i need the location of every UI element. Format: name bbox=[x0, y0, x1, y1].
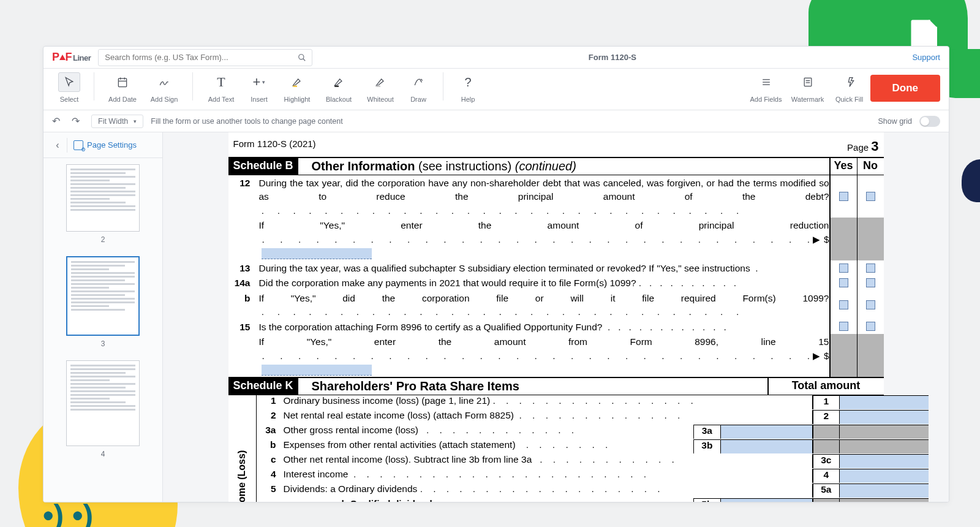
redo-icon[interactable]: ↷ bbox=[72, 115, 84, 127]
tool-add-sign[interactable]: Add Sign bbox=[143, 72, 185, 103]
k3c-input[interactable] bbox=[839, 454, 929, 468]
q14a-yes[interactable] bbox=[830, 275, 857, 290]
k5a-input[interactable] bbox=[839, 483, 929, 498]
k1-input[interactable] bbox=[839, 395, 929, 409]
q12-yes[interactable] bbox=[830, 175, 857, 218]
form-header: Form 1120-S (2021) bbox=[233, 138, 316, 154]
tool-watermark[interactable]: Watermark bbox=[787, 72, 829, 103]
show-grid-toggle[interactable] bbox=[919, 116, 940, 127]
k2-input[interactable] bbox=[839, 410, 929, 424]
support-link[interactable]: Support bbox=[912, 53, 940, 62]
page-number: Page 3 bbox=[847, 138, 878, 154]
sidebar-back-icon[interactable]: ‹ bbox=[48, 140, 67, 151]
tool-highlight[interactable]: Highlight bbox=[276, 72, 318, 103]
q13-no[interactable] bbox=[857, 260, 884, 275]
q15-amount-input[interactable] bbox=[262, 365, 372, 376]
tool-add-fields[interactable]: Add Fields bbox=[745, 72, 787, 103]
tool-add-date[interactable]: Add Date bbox=[102, 72, 143, 103]
page-settings-button[interactable]: Page Settings bbox=[74, 140, 137, 150]
q12-amount-input[interactable] bbox=[262, 248, 372, 259]
q14a-no[interactable] bbox=[857, 275, 884, 290]
q13-yes[interactable] bbox=[830, 260, 857, 275]
tool-add-text[interactable]: T Add Text bbox=[200, 72, 242, 103]
schedule-b-title: Other Information (see instructions) (co… bbox=[298, 158, 829, 175]
svg-rect-12 bbox=[804, 78, 812, 86]
q14b-yes[interactable] bbox=[830, 290, 857, 319]
sidebar: ‹ Page Settings 2 3 4 bbox=[43, 132, 163, 502]
k3a-input[interactable] bbox=[720, 425, 812, 439]
tool-whiteout[interactable]: Whiteout bbox=[360, 72, 401, 103]
tool-help[interactable]: ? Help bbox=[451, 72, 485, 103]
k3b-input[interactable] bbox=[720, 439, 812, 453]
page-thumbnail[interactable]: 4 bbox=[66, 360, 140, 467]
app-window: PFLiner Form 1120-S Support Select Add D… bbox=[43, 46, 949, 502]
schedule-k-title: Shareholders' Pro Rata Share Items bbox=[298, 378, 767, 395]
logo[interactable]: PFLiner bbox=[52, 51, 91, 64]
svg-point-0 bbox=[299, 54, 304, 59]
tool-blackout[interactable]: Blackout bbox=[318, 72, 360, 103]
zoom-select[interactable]: Fit Width▾ bbox=[91, 115, 143, 128]
schedule-k-tag: Schedule K bbox=[228, 378, 298, 395]
col-no: No bbox=[857, 158, 884, 175]
done-button[interactable]: Done bbox=[870, 75, 941, 102]
income-loss-label: Income (Loss) bbox=[228, 395, 257, 502]
search-icon[interactable] bbox=[298, 53, 306, 64]
tool-draw[interactable]: Draw bbox=[401, 72, 435, 103]
search-wrap bbox=[98, 49, 312, 66]
q14b-no[interactable] bbox=[857, 290, 884, 319]
q15-no[interactable] bbox=[857, 319, 884, 334]
search-input[interactable] bbox=[98, 49, 312, 66]
undo-icon[interactable]: ↶ bbox=[52, 115, 64, 127]
topbar: PFLiner Form 1120-S Support bbox=[43, 47, 949, 69]
toolbar: Select Add Date Add Sign T Add Text +▾ I… bbox=[43, 69, 949, 110]
page-thumbnail[interactable]: 3 bbox=[66, 256, 140, 357]
secondary-bar: ↶ ↷ Fit Width▾ Fill the form or use anot… bbox=[43, 110, 949, 132]
col-yes: Yes bbox=[830, 158, 857, 175]
tool-select[interactable]: Select bbox=[52, 72, 86, 103]
q15-yes[interactable] bbox=[830, 319, 857, 334]
hint-text: Fill the form or use another tools to ch… bbox=[151, 117, 342, 126]
k5b-input[interactable] bbox=[720, 498, 812, 502]
page-canvas[interactable]: Form 1120-S (2021) Page 3 Schedule B Oth… bbox=[163, 132, 949, 502]
q12-no[interactable] bbox=[857, 175, 884, 218]
document-title: Form 1120-S bbox=[320, 53, 905, 62]
tool-quick-fill[interactable]: Quick Fill bbox=[829, 72, 870, 103]
tool-insert[interactable]: +▾ Insert bbox=[242, 72, 276, 103]
svg-rect-2 bbox=[118, 78, 126, 86]
svg-line-1 bbox=[303, 58, 306, 61]
schedule-b-tag: Schedule B bbox=[228, 158, 298, 175]
page-thumbnail[interactable]: 2 bbox=[66, 164, 140, 252]
k4-input[interactable] bbox=[839, 469, 929, 483]
form-page: Form 1120-S (2021) Page 3 Schedule B Oth… bbox=[228, 132, 884, 502]
page-settings-icon bbox=[74, 140, 83, 150]
show-grid-label: Show grid bbox=[878, 117, 912, 126]
total-amount-header: Total amount bbox=[767, 378, 884, 395]
